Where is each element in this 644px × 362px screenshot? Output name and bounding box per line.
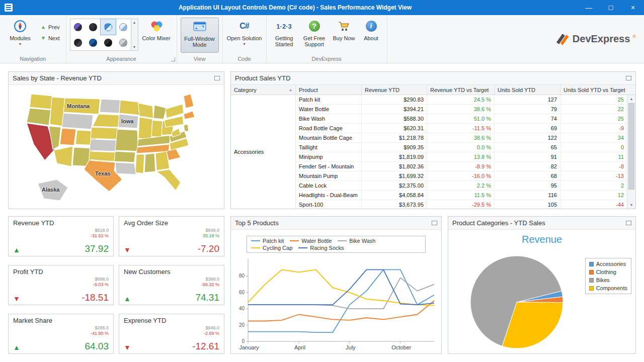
title-bar[interactable]: Application UI Layout Controls Demo (C# … (0, 0, 644, 15)
cell-revenue-vs-target: 24.5 % (427, 95, 495, 104)
table-row[interactable]: Patch kit$290.8324.5 %12725 (296, 95, 627, 105)
column-header-units[interactable]: Units Sold YTD (495, 85, 560, 95)
getting-started-button[interactable]: 1·2·3 Getting Started (270, 18, 298, 53)
question-icon: ? (309, 19, 320, 34)
gallery-down-icon[interactable]: ▼ (133, 45, 136, 49)
cell-units-vs-target: 11 (560, 152, 627, 161)
pie-chart-title: Revenue (448, 234, 635, 245)
get-free-support-button[interactable]: ? Get Free Support (300, 18, 329, 53)
trend-down-icon: ▼ (124, 246, 131, 254)
collapse-button[interactable] (214, 76, 220, 80)
cell-units: 69 (495, 124, 560, 133)
table-row[interactable]: Headlights - Dual-Beam$4,058.8411.5 %116… (296, 191, 627, 200)
about-button[interactable]: i About (359, 18, 383, 53)
theme-gallery: ▲ ▼ (70, 19, 138, 51)
cell-units-vs-target: 34 (560, 133, 627, 142)
color-mixer-button[interactable]: Color Mixer (140, 18, 173, 53)
theme-option[interactable] (70, 35, 86, 50)
trend-down-icon: ▼ (124, 344, 131, 351)
table-row[interactable]: Sport-100$3,673.95-29.5 %105-44 (296, 200, 627, 209)
chevron-down-icon: ▾ (19, 42, 21, 46)
widget-header: Sales by State - Revenue YTD (9, 72, 224, 85)
maximize-button[interactable]: □ (600, 0, 622, 15)
table-row[interactable]: Mountain Bottle Cage$1,218.7838.6 %12234 (296, 133, 627, 143)
legend-label: Patch kit (263, 238, 284, 244)
table-row[interactable]: Fender Set - Mountain$1,802.36-8.9 %82-8 (296, 162, 627, 171)
collapse-button[interactable] (626, 76, 631, 80)
kpi-meta: $618.0-31.62 % (91, 228, 109, 239)
scrollbar-thumb[interactable] (628, 103, 634, 190)
ribbon-group-navigation: Modules ▾ ▲ Prev ▼ Next Navigation (0, 15, 66, 63)
cell-units-vs-target: 25 (560, 95, 627, 104)
close-button[interactable]: × (622, 0, 644, 15)
ribbon-group-devexpress: 1·2·3 Getting Started ? Get Free Support… (267, 15, 387, 63)
grid-rows: Patch kit$290.8324.5 %12725Water Bottle$… (296, 95, 627, 209)
legend-line-swatch (251, 247, 260, 248)
buy-now-button[interactable]: Buy Now (331, 18, 358, 53)
theme-option[interactable] (86, 19, 101, 35)
cell-product: Road Bottle Cage (296, 124, 362, 133)
theme-option-selected[interactable] (101, 19, 116, 35)
theme-option[interactable] (86, 35, 101, 50)
column-header-revenue[interactable]: Revenue YTD (362, 85, 427, 95)
widget-product-categories: Product Categories - YTD Sales Revenue A… (448, 216, 636, 354)
cell-revenue: $1,218.78 (362, 133, 427, 142)
widget-title: Product Sales YTD (235, 74, 290, 82)
table-row[interactable]: Cable Lock$2,375.002.2 %952 (296, 181, 627, 191)
collapse-button[interactable] (626, 221, 631, 225)
svg-text:January: January (239, 344, 259, 350)
theme-option[interactable] (116, 19, 131, 35)
kpi-title: Revenue YTD (13, 219, 109, 227)
collapse-button[interactable] (432, 221, 437, 225)
next-button[interactable]: ▼ Next (38, 35, 62, 42)
vertical-scrollbar[interactable]: ▲ ▼ (627, 95, 635, 209)
legend-label: Clothing (596, 269, 616, 275)
gallery-up-icon[interactable]: ▲ (133, 21, 136, 24)
table-row[interactable]: Taillight$909.350.0 %650 (296, 143, 627, 152)
column-header-units-vs-target[interactable]: Units Sold YTD vs Target (560, 85, 635, 95)
legend-line-swatch (251, 240, 260, 241)
scroll-down-icon[interactable]: ▼ (627, 201, 635, 209)
steps-123-icon: 1·2·3 (276, 19, 291, 34)
legend-item: Accessories (589, 261, 627, 267)
cell-units: 68 (495, 171, 560, 180)
group-caption: DevExpress (267, 56, 387, 62)
theme-option[interactable] (70, 19, 86, 35)
legend-label: Cycling Cap (263, 245, 292, 251)
kpi-tile: Avg Order Size$848.035.18 %▼-7.20 (119, 216, 224, 256)
column-header-product[interactable]: Product (296, 85, 362, 95)
table-row[interactable]: Mountain Pump$1,699.32-16.0 %68-13 (296, 171, 627, 181)
full-window-mode-button[interactable]: Full-Window Mode (181, 18, 219, 53)
prev-button[interactable]: ▲ Prev (38, 24, 62, 31)
gallery-scroll[interactable]: ▲ ▼ (131, 19, 138, 50)
scroll-up-icon[interactable]: ▲ (627, 95, 635, 103)
legend-item: Bike Wash (338, 238, 375, 244)
group-caption: View (177, 56, 222, 62)
cell-product: Mountain Pump (296, 171, 362, 180)
map-state-label: Texas (95, 170, 110, 176)
open-solution-button[interactable]: C# Open Solution ▾ (226, 18, 263, 53)
kpi-amount: $618.0 (91, 228, 109, 233)
table-row[interactable]: Minipump$1,819.0913.8 %9111 (296, 152, 627, 162)
legend-item: Cycling Cap (251, 245, 292, 251)
cell-units-vs-target: 0 (560, 143, 627, 152)
cell-units: 79 (495, 105, 560, 114)
widget-header: Top 5 Products (231, 217, 441, 230)
line-chart: 020406080JanuaryAprilJulyOctober (233, 257, 439, 353)
column-header-revenue-vs-target[interactable]: Revenue YTD vs Target (427, 85, 495, 95)
theme-option[interactable] (101, 35, 116, 50)
table-row[interactable]: Bike Wash$588.3051.0 %7425 (296, 114, 627, 124)
table-row[interactable]: Water Bottle$394.2138.6 %7922 (296, 105, 627, 114)
minimize-button[interactable]: — (578, 0, 600, 15)
kpi-meta: $848.035.18 % (203, 228, 219, 239)
modules-button[interactable]: Modules ▾ (4, 18, 37, 53)
cell-revenue: $2,375.00 (362, 181, 427, 190)
group-caption: Navigation (0, 56, 66, 62)
table-row[interactable]: Road Bottle Cage$620.31-11.5 %69-9 (296, 124, 627, 133)
theme-option[interactable] (116, 35, 131, 50)
arrow-down-icon: ▼ (41, 36, 46, 41)
legend-swatch (589, 286, 594, 291)
cart-icon (338, 19, 351, 34)
kpi-value: -18.51 (82, 293, 109, 303)
column-header-category[interactable]: Category ▲ (231, 85, 296, 95)
